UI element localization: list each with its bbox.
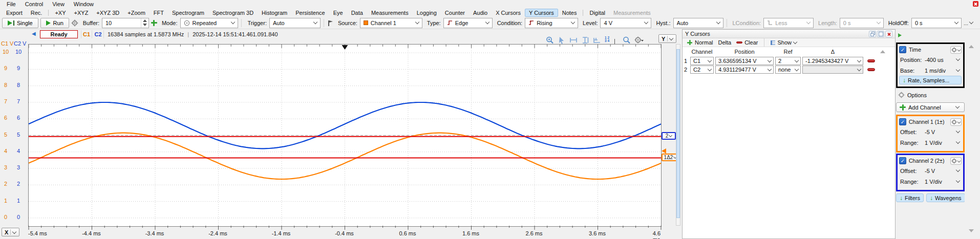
show-menu-button[interactable]: Show <box>771 39 797 46</box>
source-dropdown[interactable]: Channel 1 <box>360 18 422 28</box>
remove-cursor-button[interactable] <box>867 59 875 62</box>
add-normal-cursor-button[interactable]: Normal <box>687 39 713 46</box>
spin-up-icon[interactable] <box>143 19 147 22</box>
trigger-dropdown[interactable]: Auto <box>269 18 321 28</box>
tab-spectrogram[interactable]: Spectrogram <box>168 9 208 17</box>
add-delta-cursor-button[interactable]: Delta <box>718 39 731 46</box>
tab-export[interactable]: Export <box>2 9 27 17</box>
buffer-spin-arrows[interactable] <box>141 18 148 28</box>
options-button[interactable]: Options <box>898 92 927 98</box>
trigger-position-marker[interactable] <box>342 45 348 50</box>
y-axis-menu-button[interactable]: Y <box>658 34 676 43</box>
scroll-down-icon[interactable] <box>969 229 974 232</box>
pointer-icon[interactable] <box>558 36 567 44</box>
tab-measurements[interactable]: Measurements <box>367 9 413 17</box>
tab-y-cursors[interactable]: Y Cursors <box>525 9 558 17</box>
cursor-1-channel-dropdown[interactable]: C1 <box>690 57 714 65</box>
side-panel-scrollbar[interactable] <box>965 29 980 239</box>
wavegens-button[interactable]: ↓ Wavegens <box>926 193 965 202</box>
hysteresis-dropdown[interactable]: Auto <box>673 18 723 28</box>
type-dropdown[interactable]: Edge <box>443 18 493 28</box>
cursor-2-ref-dropdown[interactable]: none <box>775 66 801 74</box>
time-base-dropdown[interactable]: 1 ms/div <box>925 68 962 74</box>
close-panel-icon[interactable] <box>885 31 892 37</box>
tab-spectrogram-3d[interactable]: Spectrogram 3D <box>208 9 258 17</box>
collapse-arrow-icon[interactable] <box>898 33 902 37</box>
horizontal-measure-icon[interactable] <box>569 36 579 44</box>
remove-cursor-button[interactable] <box>867 68 875 71</box>
tab-zoom[interactable]: +Zoom <box>123 9 150 17</box>
single-button[interactable]: Single <box>2 18 38 28</box>
x-axis-menu-button[interactable]: X <box>2 228 19 236</box>
holdoff-dropdown[interactable]: 0 s <box>911 18 962 28</box>
tab-histogram[interactable]: Histogram <box>258 9 291 17</box>
tab-measurements[interactable]: Measurements <box>609 9 655 17</box>
cursor-1-delta-dropdown[interactable]: -1.2945343427 V <box>802 57 863 65</box>
scan-options-icon[interactable] <box>71 19 78 27</box>
cursor2-flag[interactable]: 2 <box>662 132 676 140</box>
tab-xyz[interactable]: +XYZ <box>70 9 93 17</box>
add-channel-button[interactable]: Add Channel <box>896 102 965 112</box>
menu-control[interactable]: Control <box>20 1 48 8</box>
clear-cursors-button[interactable]: Clear <box>736 39 758 46</box>
channel1-checkbox[interactable]: ✓ <box>899 118 906 125</box>
vertical-measure-icon[interactable] <box>581 36 590 44</box>
plot-settings-gear-icon[interactable] <box>634 36 644 44</box>
time-settings-gear-icon[interactable] <box>950 46 962 54</box>
condition-dropdown[interactable]: Rising <box>525 18 578 28</box>
plot-canvas[interactable] <box>29 45 661 226</box>
channel1-range-dropdown[interactable]: 1 V/div <box>925 140 962 146</box>
mode-dropdown[interactable]: Repeated <box>180 18 239 28</box>
channel2-settings-gear-icon[interactable] <box>950 157 962 165</box>
channel2-badge[interactable]: C2 <box>93 30 104 38</box>
tab-data[interactable]: Data <box>347 9 367 17</box>
cursor-1-ref-dropdown[interactable]: 2 <box>775 57 801 65</box>
tab-xyz-3d[interactable]: +XYZ 3D <box>92 9 123 17</box>
add-acquisition-icon[interactable] <box>151 20 157 26</box>
channel2-checkbox[interactable]: ✓ <box>899 157 906 164</box>
tab-logging[interactable]: Logging <box>413 9 441 17</box>
tab-rec[interactable]: Rec. <box>27 9 47 17</box>
menu-file[interactable]: File <box>2 1 20 8</box>
zoom-icon[interactable] <box>623 36 632 44</box>
plot-vertical-scrollbar-thumb[interactable] <box>676 49 680 218</box>
toolbar-overflow-button[interactable]: ... <box>964 20 975 26</box>
tab-persistence[interactable]: Persistence <box>291 9 329 17</box>
buffer-spinner[interactable]: 10 <box>102 18 149 28</box>
tab-audio[interactable]: Audio <box>469 9 492 17</box>
close-icon[interactable] <box>973 1 978 7</box>
corner-measure-icon[interactable] <box>593 36 602 44</box>
rate-samples-button[interactable]: ↓ Rate, Samples... <box>899 76 962 84</box>
tab-x-cursors[interactable]: X Cursors <box>492 9 525 17</box>
float-window-icon[interactable] <box>869 31 876 37</box>
tab-fft[interactable]: FFT <box>150 9 168 17</box>
cursor-2-channel-dropdown[interactable]: C2 <box>690 66 714 74</box>
history-back-icon[interactable]: ◀ <box>32 31 36 36</box>
maximize-window-icon[interactable] <box>877 31 884 37</box>
scope-plot[interactable] <box>28 44 662 227</box>
time-checkbox[interactable]: ✓ <box>899 46 906 53</box>
y-cursors-titlebar[interactable]: Y Cursors <box>683 30 895 38</box>
channel2-offset-dropdown[interactable]: -5 V <box>925 168 962 174</box>
time-position-dropdown[interactable]: -400 us <box>925 57 962 63</box>
scroll-up-icon[interactable] <box>880 50 885 53</box>
tab-eye[interactable]: Eye <box>329 9 347 17</box>
channel1-offset-dropdown[interactable]: -5 V <box>925 129 962 135</box>
tab-xy[interactable]: +XY <box>51 9 70 17</box>
scroll-up-icon[interactable] <box>969 45 974 48</box>
quad-view-icon[interactable]: 1 23 4 <box>605 36 614 44</box>
cursor-2-position-dropdown[interactable]: 4.931129477 V <box>715 66 774 74</box>
menu-window[interactable]: Window <box>69 1 98 8</box>
run-button[interactable]: Run <box>40 18 69 28</box>
zoom-in-icon[interactable] <box>546 36 555 44</box>
tab-digital[interactable]: Digital <box>585 9 609 17</box>
channel1-badge[interactable]: C1 <box>81 30 92 38</box>
spin-down-icon[interactable] <box>143 24 147 26</box>
tab-counter[interactable]: Counter <box>441 9 469 17</box>
channel1-settings-gear-icon[interactable] <box>950 118 962 126</box>
filters-button[interactable]: ↓ Filters <box>896 193 924 202</box>
cursor-1-position-dropdown[interactable]: 3.636595134 V <box>715 57 774 65</box>
level-dropdown[interactable]: 4 V <box>600 18 651 28</box>
menu-view[interactable]: View <box>48 1 69 8</box>
channel2-range-dropdown[interactable]: 1 V/div <box>925 179 962 185</box>
